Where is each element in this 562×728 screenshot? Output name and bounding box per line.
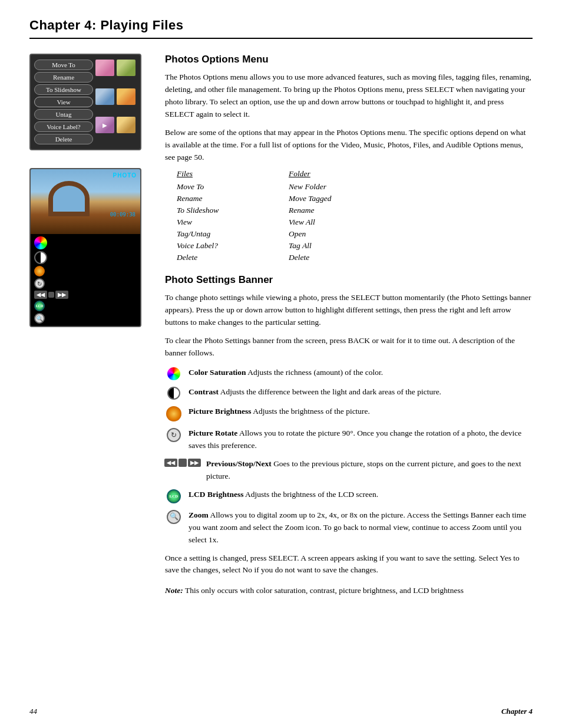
left-column: Move To Rename To Slideshow View Untag V… xyxy=(29,54,147,597)
photo-timestamp: 00:09:38 xyxy=(110,212,135,218)
opt-item-c2-0: New Folder xyxy=(289,181,401,193)
contrast-label: Contrast xyxy=(189,387,219,396)
picture-rotate-icon: ↻ xyxy=(167,428,181,442)
photo-label: PHOTO xyxy=(113,172,137,179)
photo-settings-section: Photo Settings Banner To change photo se… xyxy=(165,274,533,597)
stop-btn-ctrl xyxy=(48,292,54,298)
lcd-ctrl-icon: LCD xyxy=(34,301,45,311)
zoom-ctrl-icon: 🔍 xyxy=(34,313,45,324)
color-saturation-icon-wrap xyxy=(165,367,183,380)
lcd-brightness-desc: Adjusts the brightness of the LCD screen… xyxy=(245,490,378,499)
opt-item-c1-1: Rename xyxy=(177,193,289,205)
photos-options-desc1: The Photos Options menu allows you to us… xyxy=(165,71,533,121)
picture-brightness-label: Picture Brightness xyxy=(189,407,252,416)
picture-rotate-desc: Allows you to rotate the picture 90°. On… xyxy=(189,429,521,450)
lcd-brightness-text: LCD Brightness Adjusts the brightness of… xyxy=(189,489,533,501)
opt-item-c2-5: Tag All xyxy=(289,240,401,252)
opt-item-c1-4: Tag/Untag xyxy=(177,228,289,240)
prev-btn-ctrl: ◀◀ xyxy=(34,291,47,299)
col1-header: Files xyxy=(177,169,289,181)
prev-icon: ◀◀ xyxy=(164,459,177,467)
prev-stop-next-icon: ◀◀ ▶▶ xyxy=(164,459,201,467)
thumbnail-1 xyxy=(95,60,114,76)
feature-contrast: Contrast Adjusts the difference between … xyxy=(165,386,533,400)
menu-item-to-slideshow: To Slideshow xyxy=(34,84,93,95)
photos-options-title: Photos Options Menu xyxy=(165,54,533,65)
color-saturation-label: Color Saturation xyxy=(189,368,246,377)
menu-item-untag: Untag xyxy=(34,109,93,120)
right-column: Photos Options Menu The Photos Options m… xyxy=(165,54,533,597)
lcd-brightness-icon: LCD xyxy=(167,489,181,503)
picture-brightness-icon-wrap xyxy=(165,406,183,421)
picture-rotate-text: Picture Rotate Allows you to rotate the … xyxy=(189,427,533,452)
chapter-title: Chapter 4: Playing Files xyxy=(29,18,533,33)
opt-item-c1-2: To Slideshow xyxy=(177,205,289,216)
note-label: Note: xyxy=(165,586,183,595)
zoom-label: Zoom xyxy=(189,510,209,519)
prev-stop-next-text: Previous/Stop/Next Goes to the previous … xyxy=(206,458,533,483)
contrast-ctrl-icon xyxy=(34,251,47,264)
photos-options-screenshot: Move To Rename To Slideshow View Untag V… xyxy=(29,54,141,150)
col2-header: Folder xyxy=(289,169,401,181)
menu-item-move-to: Move To xyxy=(34,60,93,70)
next-btn-ctrl: ▶▶ xyxy=(55,291,68,299)
picture-brightness-desc: Adjusts the brightness of the picture. xyxy=(253,407,370,416)
photos-options-section: Photos Options Menu The Photos Options m… xyxy=(165,54,533,263)
color-saturation-icon xyxy=(167,367,180,380)
opt-item-c1-3: View xyxy=(177,216,289,228)
feature-zoom: 🔍 Zoom Allows you to digital zoom up to … xyxy=(165,509,533,546)
menu-items-container: Move To Rename To Slideshow View Untag V… xyxy=(31,55,140,149)
picture-rotate-label: Picture Rotate xyxy=(189,429,237,437)
note-box: Note: This only occurs with color satura… xyxy=(165,585,533,597)
prev-stop-next-label: Previous/Stop/Next xyxy=(206,459,272,468)
zoom-desc: Allows you to digital zoom up to 2x, 4x,… xyxy=(189,510,526,544)
note-text: This only occurs with color saturation, … xyxy=(185,586,464,595)
opt-item-c2-1: Move Tagged xyxy=(289,193,401,205)
page-footer: 44 Chapter 4 xyxy=(29,707,533,716)
opt-item-c2-3: View All xyxy=(289,216,401,228)
arch-rock-shape xyxy=(48,181,90,216)
color-saturation-text: Color Saturation Adjusts the richness (a… xyxy=(189,367,533,379)
photos-options-desc2: Below are some of the options that may a… xyxy=(165,127,533,164)
photo-controls-bar: ↻ ◀◀ ▶▶ LCD 🔍 xyxy=(31,234,140,326)
photo-main-image: PHOTO 00:09:38 xyxy=(31,169,140,234)
zoom-icon: 🔍 xyxy=(167,510,181,524)
color-saturation-desc: Adjusts the richness (amount) of the col… xyxy=(247,368,383,377)
stop-icon xyxy=(178,459,187,467)
menu-item-rename: Rename xyxy=(34,72,93,83)
contrast-icon xyxy=(167,387,180,400)
contrast-icon-wrap xyxy=(165,387,183,400)
photo-settings-desc1: To change photo settings while viewing a… xyxy=(165,292,533,329)
feature-prev-stop-next: ◀◀ ▶▶ Previous/Stop/Next Goes to the pre… xyxy=(165,458,533,483)
save-settings-desc: Once a setting is changed, press SELECT.… xyxy=(165,552,533,577)
footer-chapter-ref: Chapter 4 xyxy=(501,707,533,716)
opt-item-c1-0: Move To xyxy=(177,181,289,193)
lcd-brightness-label: LCD Brightness xyxy=(189,490,243,499)
thumbnail-5 xyxy=(95,117,114,133)
zoom-icon-wrap: 🔍 xyxy=(165,510,183,524)
opt-item-c1-5: Voice Label? xyxy=(177,240,289,252)
photo-settings-title: Photo Settings Banner xyxy=(165,274,533,286)
thumbnail-4 xyxy=(117,88,135,105)
menu-item-delete: Delete xyxy=(34,134,93,144)
opt-item-c2-6: Delete xyxy=(289,252,401,263)
rotate-ctrl-icon: ↻ xyxy=(34,278,45,289)
lcd-brightness-icon-wrap: LCD xyxy=(165,489,183,503)
menu-item-voice-label: Voice Label? xyxy=(34,121,93,132)
feature-lcd-brightness: LCD LCD Brightness Adjusts the brightnes… xyxy=(165,489,533,503)
photo-settings-screenshot-section: PHOTO 00:09:38 ↻ ◀◀ ▶▶ xyxy=(29,168,147,327)
feature-picture-brightness: Picture Brightness Adjusts the brightnes… xyxy=(165,406,533,421)
menu-item-view: View xyxy=(34,97,93,107)
picture-brightness-icon xyxy=(166,406,181,421)
prev-stop-next-icon-wrap: ◀◀ ▶▶ xyxy=(165,459,200,467)
next-icon: ▶▶ xyxy=(188,459,201,467)
zoom-text: Zoom Allows you to digital zoom up to 2x… xyxy=(189,509,533,546)
menu-list: Move To Rename To Slideshow View Untag V… xyxy=(34,60,93,144)
color-sat-ctrl-icon xyxy=(34,236,47,249)
main-layout: Move To Rename To Slideshow View Untag V… xyxy=(29,54,533,597)
picture-rotate-icon-wrap: ↻ xyxy=(165,428,183,442)
thumbnail-6 xyxy=(117,117,135,133)
thumbnail-2 xyxy=(117,60,135,76)
feature-list: Color Saturation Adjusts the richness (a… xyxy=(165,367,533,546)
thumbnail-grid xyxy=(95,60,137,144)
